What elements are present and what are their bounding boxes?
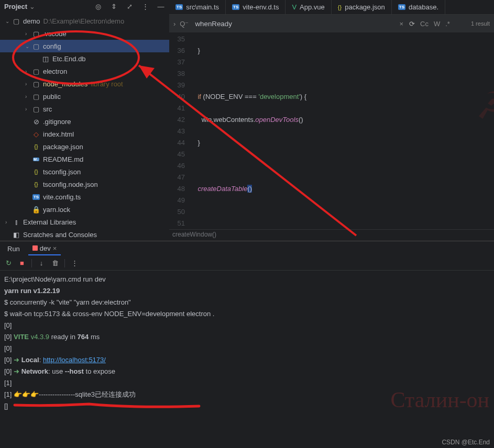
ts-icon: TS [31, 194, 41, 200]
editor-area: ☭ TSsrc\main.ts TSvite-env.d.ts VApp.vue… [169, 0, 494, 241]
json-icon: {} [31, 181, 41, 187]
tab-label: package.json [345, 3, 385, 11]
search-input[interactable] [193, 19, 395, 29]
ts-icon: TS [175, 4, 183, 10]
close-icon[interactable]: × [53, 244, 57, 252]
tab-file[interactable]: TSdatabase. [392, 0, 445, 14]
scratch-icon: ◧ [12, 231, 21, 239]
tree-item-label: src [43, 105, 52, 113]
chevron-right-icon: › [5, 219, 12, 225]
match-case-toggle[interactable]: Cc [420, 20, 429, 28]
tree-item-file[interactable]: M↓ README.md [0, 153, 169, 165]
module-icon: ▢ [12, 17, 21, 25]
expand-all-icon[interactable]: ⇕ [109, 3, 118, 10]
tree-item-file[interactable]: ◇ index.html [0, 128, 169, 140]
tree-item-folder[interactable]: › ▢ public [0, 90, 169, 103]
tab-file[interactable]: VApp.vue [286, 0, 331, 14]
tree-item-label: README.md [43, 155, 83, 163]
run-panel-header: Run dev× [0, 241, 494, 256]
project-sidebar: Project ⌄ ◎ ⇕ ⤢ ⋮ — ⌄ ▢ demo D:\Example\… [0, 0, 169, 241]
scroll-to-end-icon[interactable]: ↓ [37, 259, 46, 267]
tab-label: src\main.ts [186, 3, 219, 11]
terminal-output[interactable]: E:\project\Node\yarn.cmd run dev yarn ru… [0, 271, 494, 448]
tree-item-folder[interactable]: › ▢ src [0, 103, 169, 115]
tree-item-file[interactable]: TS vite.config.ts [0, 191, 169, 203]
tree-item-file[interactable]: ⊘ .gitignore [0, 115, 169, 128]
tree-item-label: Scratches and Consoles [23, 231, 97, 239]
vue-icon: V [292, 3, 297, 11]
sidebar-header: Project ⌄ ◎ ⇕ ⤢ ⋮ — [0, 0, 169, 13]
run-toolbar: ↻ ■ ↓ 🗑 ⋮ [0, 256, 494, 271]
tab-file[interactable]: TSsrc\main.ts [169, 0, 226, 14]
words-toggle[interactable]: W [434, 20, 440, 28]
code-gutter: 35363738394041 42434445464748 495051 [169, 32, 190, 229]
chevron-right-icon: › [25, 31, 31, 37]
json-icon: {} [31, 143, 41, 150]
folder-icon: ▢ [31, 105, 41, 113]
csdn-watermark: CSDN @Etc.End [442, 439, 490, 446]
tab-file[interactable]: {}package.json [332, 0, 392, 14]
code-editor[interactable]: 35363738394041 42434445464748 495051 } i… [169, 32, 494, 229]
ts-icon: TS [398, 4, 405, 10]
ts-icon: TS [232, 4, 239, 10]
folder-icon: ▢ [31, 80, 41, 88]
tree-item-label: yarn.lock [43, 206, 70, 214]
hide-icon[interactable]: — [157, 3, 165, 10]
tree-item-label: tsconfig.json [43, 168, 81, 176]
tree-item-label: demo [23, 17, 40, 25]
stop-icon[interactable]: ■ [18, 259, 26, 267]
chevron-right-icon[interactable]: › [173, 20, 175, 28]
regex-toggle[interactable]: .* [445, 20, 450, 28]
tree-item-folder[interactable]: › ▢ electron [0, 65, 169, 77]
markdown-icon: M↓ [31, 158, 41, 161]
tree-external-libraries[interactable]: › ⫿ External Libraries [0, 216, 169, 228]
chevron-down-icon[interactable]: ⌄ [29, 3, 35, 10]
project-tree: ⌄ ▢ demo D:\Example\Electron\demo › ▢ .v… [0, 13, 169, 241]
tree-item-folder[interactable]: › ▢ node_modules library root [0, 77, 169, 90]
tree-item-file[interactable]: {} package.json [0, 140, 169, 153]
folder-icon: ▢ [31, 93, 41, 100]
tree-item-label: tsconfig.node.json [43, 181, 98, 188]
rerun-icon[interactable]: ↻ [4, 259, 13, 267]
folder-icon: ▢ [31, 68, 41, 75]
stop-indicator-icon [32, 245, 38, 251]
select-opened-icon[interactable]: ◎ [94, 3, 102, 10]
more-icon[interactable]: ⋮ [141, 3, 149, 10]
more-icon[interactable]: ⋮ [70, 259, 79, 267]
chevron-right-icon: › [25, 106, 31, 112]
tree-item-file[interactable]: 🔒 yarn.lock [0, 203, 169, 216]
gitignore-icon: ⊘ [31, 118, 41, 126]
tab-file[interactable]: TSvite-env.d.ts [226, 0, 286, 14]
tree-item-path: D:\Example\Electron\demo [43, 17, 125, 25]
search-result-count: 1 result [471, 20, 490, 27]
tree-item-label: index.html [43, 130, 74, 138]
tree-item-file[interactable]: {} tsconfig.json [0, 165, 169, 178]
tree-item-folder[interactable]: ⌄ ▢ config [0, 40, 169, 52]
collapse-all-icon[interactable]: ⤢ [125, 3, 134, 10]
tree-item-label: config [43, 42, 61, 50]
filter-icon[interactable]: ⟳ [408, 20, 416, 28]
tree-item-label: Etc.End.db [52, 55, 86, 63]
chevron-right-icon: › [25, 69, 31, 74]
chevron-down-icon: ⌄ [5, 18, 12, 24]
dev-tab[interactable]: dev× [28, 242, 61, 255]
clear-icon[interactable]: × [399, 20, 403, 28]
json-icon: {} [338, 4, 342, 10]
run-tab[interactable]: Run [3, 243, 24, 255]
tree-item-file[interactable]: {} tsconfig.node.json [0, 178, 169, 191]
tree-item-folder[interactable]: › ▢ .vscode [0, 27, 169, 40]
tree-item-file[interactable]: ◫ Etc.End.db [0, 52, 169, 65]
folder-icon: ▢ [31, 42, 41, 50]
json-icon: {} [31, 169, 41, 175]
trash-icon[interactable]: 🗑 [51, 259, 59, 267]
tree-item-label: package.json [43, 143, 83, 151]
tree-item-label: node_modules [43, 80, 87, 88]
chevron-down-icon: ⌄ [25, 43, 31, 49]
tab-label: vite-env.d.ts [243, 3, 279, 11]
tree-root[interactable]: ⌄ ▢ demo D:\Example\Electron\demo [0, 15, 169, 27]
tree-scratches[interactable]: ◧ Scratches and Consoles [0, 228, 169, 241]
library-icon: ⫿ [12, 218, 21, 226]
sidebar-title[interactable]: Project [4, 3, 27, 10]
breadcrumb[interactable]: createWindow() [169, 229, 494, 241]
tree-item-label: External Libraries [23, 218, 76, 226]
